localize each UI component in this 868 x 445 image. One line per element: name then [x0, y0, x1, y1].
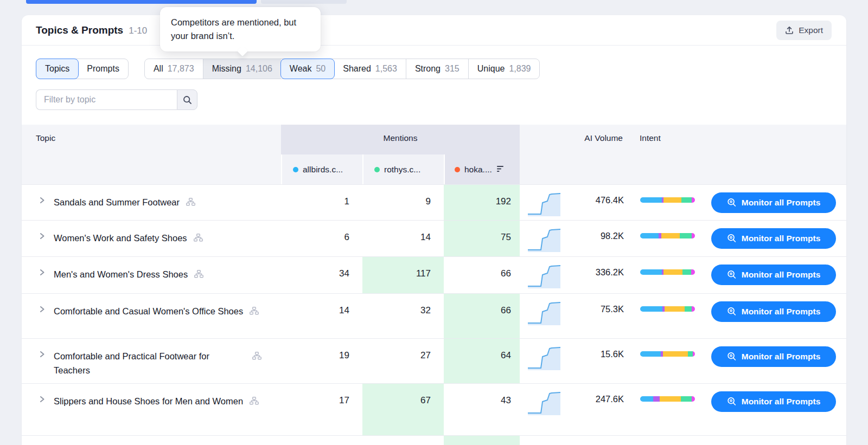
- sitemap-icon: [194, 270, 203, 280]
- topic-name: Comfortable and Casual Women's Office Sh…: [54, 304, 243, 318]
- expand-chevron-icon[interactable]: [38, 196, 46, 207]
- ai-volume-value: 15.6K: [575, 349, 624, 359]
- missing-filter-tooltip: Competitors are mentioned, but your bran…: [160, 7, 321, 51]
- table-row[interactable]: Women's Work and Safety Shoes 6 14 75 98…: [22, 220, 846, 256]
- page-title: Topics & Prompts: [36, 24, 123, 36]
- table-body: Sandals and Summer Footwear 1 9 192 476.…: [22, 184, 846, 445]
- intent-segment: [682, 269, 691, 275]
- column-header-allbirds[interactable]: allbirds.c...: [281, 154, 362, 184]
- ai-volume-value: 98.2K: [575, 231, 624, 241]
- mentions-value: [444, 436, 520, 445]
- topic-filter-input[interactable]: [36, 89, 177, 110]
- intent-segment: [640, 197, 662, 203]
- mentions-rothys-value: 9: [362, 185, 444, 220]
- topic-name: Women's Work and Safety Shoes: [54, 231, 187, 245]
- table-row[interactable]: Sandals and Summer Footwear 1 9 192 476.…: [22, 184, 846, 220]
- monitor-magnifier-icon: [727, 352, 737, 362]
- monitor-all-prompts-button[interactable]: Monitor all Prompts: [711, 228, 836, 249]
- column-header-rothys[interactable]: rothys.c...: [362, 154, 444, 184]
- sitemap-icon: [186, 198, 195, 208]
- filter-chip-all[interactable]: All17,873: [145, 59, 203, 79]
- filter-chip-missing[interactable]: Missing14,106: [203, 59, 281, 79]
- monitor-button-label: Monitor all Prompts: [742, 307, 821, 317]
- sort-descending-icon[interactable]: [497, 165, 504, 175]
- intent-segment: [685, 306, 692, 312]
- mentions-value: [281, 436, 362, 445]
- table-row[interactable]: Comfortable and Practical Footwear for T…: [22, 338, 846, 383]
- mentions-allbirds-value: 14: [281, 294, 362, 338]
- intent-segment: [692, 197, 695, 203]
- table-header: Topic Mentions allbirds.c... rothys.c...…: [22, 125, 846, 184]
- intent-segment: [640, 351, 661, 357]
- column-header-mentions: Mentions: [281, 133, 520, 143]
- column-header-hoka[interactable]: hoka....: [444, 154, 520, 184]
- intent-segment: [693, 351, 695, 357]
- table-row-partial[interactable]: [22, 435, 846, 445]
- table-row[interactable]: Comfortable and Casual Women's Office Sh…: [22, 293, 846, 338]
- mentions-value: [362, 436, 444, 445]
- expand-chevron-icon[interactable]: [38, 232, 46, 242]
- intent-segment: [680, 233, 692, 238]
- monitor-button-label: Monitor all Prompts: [742, 198, 821, 208]
- intent-bar: [640, 269, 695, 275]
- intent-segment: [663, 351, 687, 357]
- trend-sparkline: [528, 299, 560, 327]
- monitor-magnifier-icon: [727, 307, 737, 317]
- filter-chip-shared[interactable]: Shared1,563: [334, 59, 406, 79]
- expand-chevron-icon[interactable]: [38, 350, 46, 360]
- mentions-rothys-value: 14: [362, 221, 444, 256]
- hoka-dot-icon: [455, 167, 460, 172]
- mention-filter-group: All17,873 Missing14,106 Weak50 Shared1,5…: [144, 59, 540, 79]
- monitor-magnifier-icon: [727, 270, 737, 280]
- mentions-hoka-value: 64: [444, 339, 520, 383]
- sitemap-icon: [194, 234, 203, 244]
- expand-chevron-icon[interactable]: [38, 305, 46, 315]
- intent-segment: [692, 306, 695, 312]
- monitor-all-prompts-button[interactable]: Monitor all Prompts: [711, 391, 836, 412]
- mentions-hoka-value: 43: [444, 384, 520, 435]
- trend-sparkline: [528, 190, 560, 218]
- intent-bar: [640, 351, 695, 357]
- rothys-dot-icon: [374, 167, 380, 172]
- monitor-all-prompts-button[interactable]: Monitor all Prompts: [711, 192, 836, 213]
- monitor-all-prompts-button[interactable]: Monitor all Prompts: [711, 265, 836, 285]
- intent-segment: [653, 396, 660, 402]
- column-header-intent: Intent: [640, 133, 661, 143]
- mentions-allbirds-value: 34: [281, 257, 362, 293]
- filter-chip-weak[interactable]: Weak50: [280, 59, 335, 79]
- column-header-ai-volume: AI Volume: [574, 133, 623, 143]
- monitor-button-label: Monitor all Prompts: [742, 352, 821, 362]
- filter-chip-unique[interactable]: Unique1,839: [468, 59, 540, 79]
- mentions-allbirds-value: 19: [281, 339, 362, 383]
- intent-segment: [681, 197, 692, 203]
- trend-sparkline: [528, 344, 560, 372]
- mentions-rothys-value: 32: [362, 294, 444, 338]
- allbirds-dot-icon: [293, 167, 298, 172]
- intent-segment: [663, 269, 682, 275]
- mentions-rothys-value: 67: [362, 384, 444, 435]
- intent-segment: [681, 396, 692, 402]
- intent-segment: [691, 269, 695, 275]
- topic-name: Sandals and Summer Footwear: [54, 195, 180, 209]
- expand-chevron-icon[interactable]: [38, 395, 46, 405]
- tab-topics[interactable]: Topics: [36, 59, 79, 79]
- export-button[interactable]: Export: [776, 21, 832, 40]
- filter-chip-strong[interactable]: Strong315: [406, 59, 468, 79]
- sitemap-icon: [252, 352, 261, 362]
- table-row[interactable]: Slippers and House Shoes for Men and Wom…: [22, 383, 846, 435]
- intent-segment: [640, 396, 653, 402]
- monitor-all-prompts-button[interactable]: Monitor all Prompts: [711, 301, 836, 322]
- search-button[interactable]: [177, 89, 197, 110]
- intent-segment: [640, 306, 662, 312]
- intent-segment: [688, 351, 693, 357]
- tab-prompts[interactable]: Prompts: [78, 59, 128, 79]
- mentions-allbirds-value: 1: [281, 185, 362, 220]
- intent-segment: [640, 269, 662, 275]
- export-icon: [785, 26, 794, 35]
- expand-chevron-icon[interactable]: [38, 268, 46, 279]
- mentions-hoka-value: 66: [444, 294, 520, 338]
- intent-segment: [665, 306, 684, 312]
- tooltip-text: Competitors are mentioned, but your bran…: [171, 17, 296, 41]
- table-row[interactable]: Men's and Women's Dress Shoes 34 117 66 …: [22, 256, 846, 293]
- monitor-all-prompts-button[interactable]: Monitor all Prompts: [711, 346, 836, 367]
